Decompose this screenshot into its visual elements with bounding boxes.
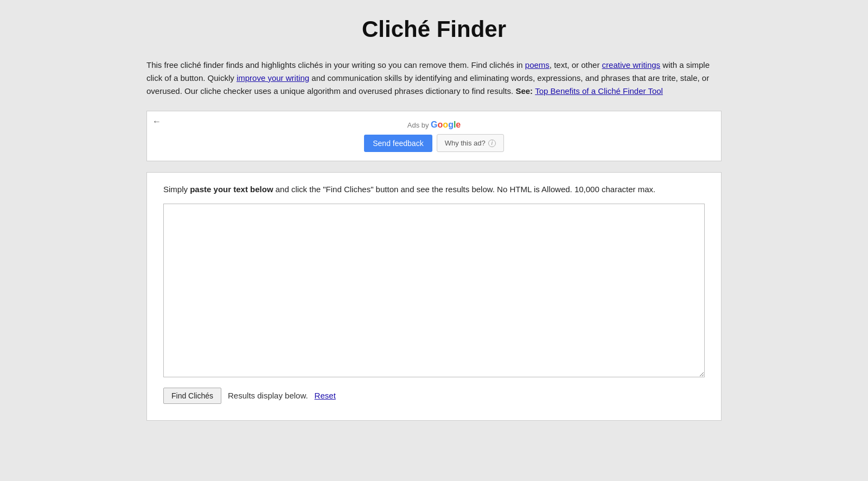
main-tool-section: Simply paste your text below and click t… <box>146 172 722 421</box>
intro-see-label: See: <box>515 86 535 96</box>
instructions-bold: paste your text below <box>190 185 273 194</box>
reset-link[interactable]: Reset <box>315 391 336 400</box>
results-display-label: Results display below. <box>228 391 308 400</box>
text-input[interactable] <box>163 204 705 377</box>
ads-by-google-label: Ads by Google <box>158 120 710 130</box>
why-this-ad-button[interactable]: Why this ad? i <box>437 134 504 152</box>
ad-container: ← Ads by Google Send feedback Why this a… <box>146 111 722 161</box>
google-logo: Google <box>431 120 461 129</box>
page-title: Cliché Finder <box>146 16 722 42</box>
find-cliches-button[interactable]: Find Clichés <box>163 388 221 404</box>
back-icon[interactable]: ← <box>152 117 161 126</box>
instructions-text: Simply paste your text below and click t… <box>163 183 705 196</box>
creative-writings-link[interactable]: creative writings <box>602 60 661 69</box>
why-this-ad-label: Why this ad? <box>445 139 486 147</box>
instructions-prefix: Simply <box>163 185 190 194</box>
poems-link[interactable]: poems <box>525 60 550 69</box>
intro-text-1: This free cliché finder finds and highli… <box>146 60 525 69</box>
ad-buttons-row: Send feedback Why this ad? i <box>158 134 710 152</box>
intro-text-2: , text, or other <box>550 60 602 69</box>
send-feedback-button[interactable]: Send feedback <box>364 135 432 152</box>
improve-writing-link[interactable]: improve your writing <box>237 73 309 83</box>
intro-paragraph: This free cliché finder finds and highli… <box>146 59 722 98</box>
instructions-suffix: and click the "Find Cliches" button and … <box>273 185 656 194</box>
benefits-link[interactable]: Top Benefits of a Cliché Finder Tool <box>535 86 663 96</box>
info-icon: i <box>488 140 496 147</box>
action-row: Find Clichés Results display below. Rese… <box>163 388 705 404</box>
ads-by-text: Ads by <box>407 121 429 129</box>
